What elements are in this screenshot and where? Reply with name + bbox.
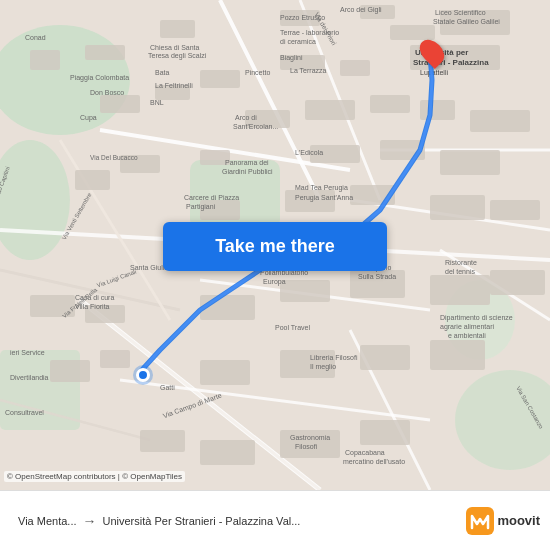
svg-text:Mad Tea Perugia: Mad Tea Perugia [295, 184, 348, 192]
arrow-icon: → [83, 513, 97, 529]
svg-rect-58 [50, 360, 90, 382]
svg-rect-23 [85, 45, 125, 60]
svg-text:Partigiani: Partigiani [186, 203, 216, 211]
svg-rect-49 [430, 195, 485, 220]
svg-rect-38 [420, 100, 455, 120]
moovit-logo-icon [466, 507, 494, 535]
svg-rect-30 [100, 95, 140, 113]
svg-rect-65 [200, 440, 255, 465]
svg-text:Terrae - laboratorio: Terrae - laboratorio [280, 29, 339, 36]
svg-text:Chiesa di Santa: Chiesa di Santa [150, 44, 200, 51]
origin-marker [136, 368, 150, 382]
svg-text:Biaglini: Biaglini [280, 54, 303, 62]
svg-text:BNL: BNL [150, 99, 164, 106]
from-label: Via Menta... [18, 515, 77, 527]
svg-text:Conad: Conad [25, 34, 46, 41]
svg-text:Sulla Strada: Sulla Strada [358, 273, 396, 280]
svg-text:Consultravel: Consultravel [5, 409, 44, 416]
svg-text:Liceo Scientifico: Liceo Scientifico [435, 9, 486, 16]
svg-rect-36 [305, 100, 355, 120]
svg-text:Lupattelli: Lupattelli [420, 69, 448, 77]
svg-text:Via Del Bucacco: Via Del Bucacco [90, 154, 138, 161]
svg-rect-34 [340, 60, 370, 76]
svg-rect-39 [470, 110, 530, 132]
bottom-bar: Via Menta... → Università Per Stranieri … [0, 490, 550, 550]
svg-rect-54 [280, 280, 330, 302]
svg-rect-67 [360, 420, 410, 445]
svg-text:Gastronomia: Gastronomia [290, 434, 330, 441]
svg-rect-62 [360, 345, 410, 370]
svg-text:Panorama dei: Panorama dei [225, 159, 269, 166]
svg-text:Europa: Europa [263, 278, 286, 286]
svg-text:Arco di: Arco di [235, 114, 257, 121]
svg-text:Dipartimento di scienze: Dipartimento di scienze [440, 314, 513, 322]
svg-text:Villa Fiorita: Villa Fiorita [75, 303, 110, 310]
svg-text:Bata: Bata [155, 69, 170, 76]
svg-rect-37 [370, 95, 410, 113]
moovit-logo[interactable]: moovit [466, 507, 540, 535]
svg-text:ieri Service: ieri Service [10, 349, 45, 356]
svg-text:Teresa degli Scalzi: Teresa degli Scalzi [148, 52, 207, 60]
svg-text:Ristorante: Ristorante [445, 259, 477, 266]
svg-text:agrarie alimentari: agrarie alimentari [440, 323, 495, 331]
svg-text:Gatti: Gatti [160, 384, 175, 391]
svg-rect-50 [490, 200, 540, 220]
svg-text:Arco dei Gigli: Arco dei Gigli [340, 6, 382, 14]
svg-text:Casa di cura: Casa di cura [75, 294, 114, 301]
svg-text:Pool Travel: Pool Travel [275, 324, 310, 331]
svg-text:di ceramica: di ceramica [280, 38, 316, 45]
svg-text:La Terrazza: La Terrazza [290, 67, 327, 74]
svg-text:Copacabana: Copacabana [345, 449, 385, 457]
svg-text:Pozzo Etrusco: Pozzo Etrusco [280, 14, 325, 21]
svg-text:Piaggia Colombata: Piaggia Colombata [70, 74, 129, 82]
svg-text:Cupa: Cupa [80, 114, 97, 122]
svg-rect-22 [30, 50, 60, 70]
svg-text:Libreria Filosofi: Libreria Filosofi [310, 354, 358, 361]
svg-rect-64 [140, 430, 185, 452]
destination-marker [422, 38, 442, 66]
svg-text:Statale Galileo Galilei: Statale Galileo Galilei [433, 18, 500, 25]
svg-rect-24 [160, 20, 195, 38]
svg-rect-32 [200, 70, 240, 88]
svg-text:Il meglio: Il meglio [310, 363, 336, 371]
svg-text:Don Bosco: Don Bosco [90, 89, 124, 96]
svg-text:Filosofi: Filosofi [295, 443, 318, 450]
map-container[interactable]: Conad Via Aldo Capitini Via Venti Settem… [0, 0, 550, 490]
svg-rect-59 [100, 350, 130, 368]
svg-rect-63 [430, 340, 485, 370]
svg-text:L'Edicola: L'Edicola [295, 149, 323, 156]
svg-text:e ambientali: e ambientali [448, 332, 486, 339]
svg-rect-57 [490, 270, 545, 295]
svg-text:Giardini Pubblici: Giardini Pubblici [222, 168, 273, 175]
moovit-logo-text: moovit [497, 513, 540, 528]
svg-text:Sant'Ercolan...: Sant'Ercolan... [233, 123, 278, 130]
svg-rect-60 [200, 360, 250, 385]
svg-text:Perugia Sant'Anna: Perugia Sant'Anna [295, 194, 353, 202]
svg-text:Pincetto: Pincetto [245, 69, 270, 76]
map-attribution: © OpenStreetMap contributors | © OpenMap… [4, 471, 185, 482]
take-me-there-button[interactable]: Take me there [163, 222, 387, 271]
svg-text:Carcere di Piazza: Carcere di Piazza [184, 194, 239, 201]
svg-text:La Feltrinelli: La Feltrinelli [155, 82, 193, 89]
svg-text:Divertilandia: Divertilandia [10, 374, 49, 381]
svg-text:del tennis: del tennis [445, 268, 475, 275]
route-info: Via Menta... → Università Per Stranieri … [10, 513, 466, 529]
to-label: Università Per Stranieri - Palazzina Val… [103, 515, 301, 527]
svg-text:mercatino dell'usato: mercatino dell'usato [343, 458, 405, 465]
svg-rect-40 [75, 170, 110, 190]
svg-rect-45 [440, 150, 500, 175]
svg-rect-56 [430, 275, 490, 305]
